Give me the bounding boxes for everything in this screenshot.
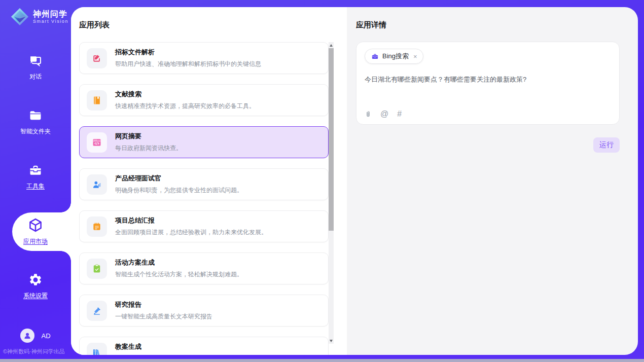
folder-icon [28, 108, 43, 123]
scrollbar-thumb[interactable] [329, 48, 334, 231]
app-card-title: 项目总结汇报 [115, 216, 267, 225]
app-card-title: 产品经理面试官 [115, 174, 243, 183]
app-card-literature-search[interactable]: 文献搜索 快速精准查找学术资源，提高研究效率的必备工具。 [79, 84, 329, 116]
cube-icon [28, 218, 43, 233]
app-card-web-summary[interactable]: 网页摘要 每日政府新闻资讯快查。 [79, 126, 329, 158]
prompt-composer[interactable]: Bing搜索 × 今日湖北有哪些新闻要点？有哪些需要关注的最新政策? @ # [356, 42, 620, 125]
gear-icon [28, 273, 43, 287]
app-card-title: 文献搜索 [115, 90, 255, 99]
app-card-desc: 全面回顾项目进展，总结经验教训，助力未来优化发展。 [115, 228, 267, 237]
tool-chip-label: Bing搜索 [382, 52, 409, 61]
sidebar-item-label: 应用市场 [23, 237, 48, 246]
app-card-desc: 一键智能生成高质量长文本研究报告 [115, 312, 212, 321]
app-card-event-plan[interactable]: 活动方案生成 智能生成个性化活动方案，轻松解决规划难题。 [79, 252, 329, 284]
composer-toolbar: @ # [365, 110, 402, 119]
app-list-panel: 应用列表 招标文件解析 帮助用户快速、准确地理解和解析招标书中的关键信息 [71, 7, 347, 355]
chat-icon [28, 54, 43, 68]
run-button[interactable]: 运行 [593, 137, 620, 153]
app-card-lesson-plan[interactable]: 教案生成 模板驱动，教案秒成，教学准备从此轻松快捷 [79, 337, 329, 355]
sidebar-item-label: 工具集 [26, 182, 45, 191]
app-card-title: 活动方案生成 [115, 258, 243, 267]
app-detail-panel: 应用详情 Bing搜索 × 今日湖北有哪些新闻要点？有哪些需要关注的最新政策? [347, 7, 638, 355]
app-card-project-summary[interactable]: 项目总结汇报 全面回顾项目进展，总结经验教训，助力未来优化发展。 [79, 210, 329, 242]
app-window: 神州问学 Smart Vision 对话 [0, 0, 644, 362]
app-card-pm-interviewer[interactable]: 产品经理面试官 明确身份和职责，为您提供专业性的面试问题。 [79, 168, 329, 200]
app-card-bid-analysis[interactable]: 招标文件解析 帮助用户快速、准确地理解和解析招标书中的关键信息 [79, 42, 329, 74]
paperclip-icon[interactable] [365, 110, 372, 118]
hash-icon[interactable]: # [397, 110, 402, 119]
brand-name: 神州问学 [33, 10, 68, 19]
app-card-research-report[interactable]: 研究报告 一键智能生成高质量长文本研究报告 [79, 295, 329, 327]
close-icon[interactable]: × [413, 53, 417, 60]
app-card-title: 研究报告 [115, 300, 212, 309]
prompt-input[interactable]: 今日湖北有哪些新闻要点？有哪些需要关注的最新政策? [365, 75, 611, 84]
browser-code-icon [87, 132, 107, 153]
toolbox-icon [28, 163, 43, 177]
app-list-title: 应用列表 [79, 20, 110, 30]
scrollbar-down-icon[interactable] [329, 338, 334, 344]
app-card-desc: 智能生成个性化活动方案，轻松解决规划难题。 [115, 270, 243, 279]
note-icon [87, 216, 107, 237]
at-icon[interactable]: @ [380, 110, 388, 119]
user-avatar-icon[interactable] [20, 329, 34, 343]
app-card-desc: 帮助用户快速、准确地理解和解析招标书中的关键信息 [115, 60, 261, 68]
copyright-text: ©神州数码·神州问学出品 [3, 348, 65, 355]
app-card-desc: 模板驱动，教案秒成，教学准备从此轻松快捷 [115, 354, 237, 355]
sidebar: 神州问学 Smart Vision 对话 [0, 0, 71, 359]
briefcase-icon [371, 53, 379, 60]
user-account[interactable]: AD [0, 329, 71, 343]
content-area: 应用列表 招标文件解析 帮助用户快速、准确地理解和解析招标书中的关键信息 [71, 7, 638, 355]
app-card-desc: 明确身份和职责，为您提供专业性的面试问题。 [115, 186, 243, 195]
pen-edit-icon [87, 48, 107, 68]
brand-logo: 神州问学 Smart Vision [11, 8, 68, 26]
sidebar-item-chat[interactable]: 对话 [0, 49, 71, 86]
sidebar-item-smart-folder[interactable]: 智能文件夹 [0, 104, 71, 140]
scrollbar-up-icon[interactable] [329, 42, 334, 48]
books-icon [87, 343, 107, 355]
app-card-title: 网页摘要 [115, 132, 182, 141]
clipboard-check-icon [87, 259, 107, 279]
app-list: 招标文件解析 帮助用户快速、准确地理解和解析招标书中的关键信息 文献搜索 [79, 42, 329, 355]
sidebar-item-label: 系统设置 [23, 292, 48, 300]
sidebar-nav: 对话 智能文件夹 工具 [0, 49, 71, 323]
list-scrollbar[interactable] [329, 42, 334, 344]
research-icon [87, 301, 107, 321]
tool-chip-bing-search[interactable]: Bing搜索 × [365, 49, 423, 64]
book-icon [87, 90, 107, 111]
app-card-desc: 每日政府新闻资讯快查。 [115, 144, 182, 153]
sidebar-item-app-market[interactable]: 应用市场 [0, 213, 71, 250]
bottom-edge-strip [0, 359, 644, 362]
sidebar-item-label: 对话 [29, 73, 42, 81]
brand-text: 神州问学 Smart Vision [33, 10, 68, 24]
app-card-desc: 快速精准查找学术资源，提高研究效率的必备工具。 [115, 102, 255, 111]
user-initials: AD [41, 332, 50, 340]
sidebar-item-toolset[interactable]: 工具集 [0, 159, 71, 195]
sidebar-item-label: 智能文件夹 [20, 127, 51, 136]
app-card-title: 招标文件解析 [115, 48, 261, 57]
app-detail-title: 应用详情 [356, 20, 386, 30]
brand-subtitle: Smart Vision [33, 19, 68, 24]
interviewer-icon [87, 174, 107, 195]
sidebar-item-settings[interactable]: 系统设置 [0, 268, 71, 305]
app-card-title: 教案生成 [115, 342, 237, 351]
logo-diamond-icon [11, 8, 29, 26]
